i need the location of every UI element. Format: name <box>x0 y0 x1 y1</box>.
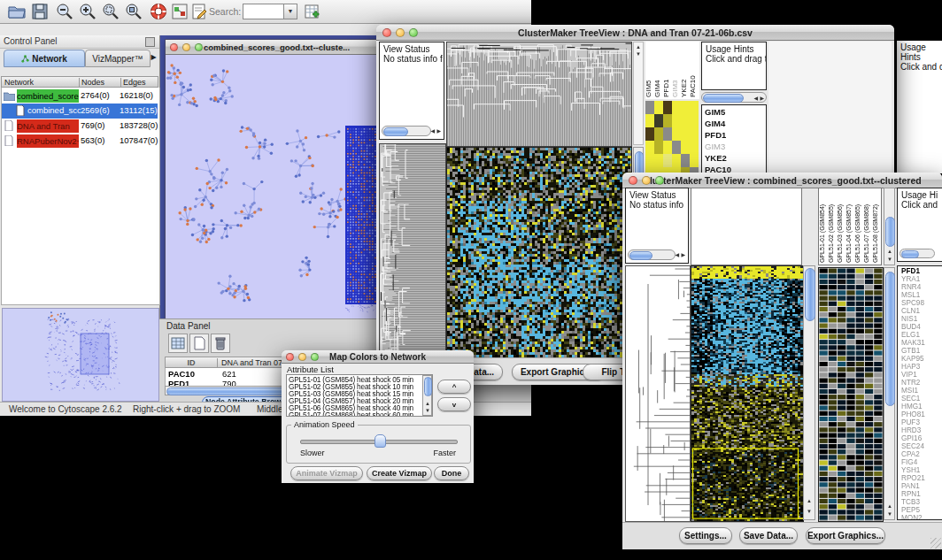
scroll-right-icon[interactable]: ▶ <box>760 96 764 101</box>
col-nodes[interactable]: Nodes <box>79 78 120 87</box>
scroll-left-icon[interactable]: ◀ <box>753 96 758 101</box>
scroll-left-icon[interactable]: ◀ <box>430 128 435 134</box>
table-view-icon[interactable] <box>168 334 188 353</box>
heatmap-main[interactable] <box>446 147 632 359</box>
zoom-window-icon[interactable] <box>409 28 418 37</box>
new-attribute-icon[interactable] <box>189 334 209 353</box>
usage-hints-panel: Usage Hints Click and drag to <box>701 42 767 90</box>
scroll-down-icon[interactable]: ▼ <box>636 51 641 57</box>
dialog-titlebar[interactable]: Map Colors to Network <box>282 350 474 364</box>
zoom-out-icon[interactable] <box>55 2 74 21</box>
scroll-down-icon[interactable]: ▼ <box>887 511 892 517</box>
network-canvas[interactable] <box>166 55 386 318</box>
delete-attribute-trash-icon[interactable] <box>211 334 230 353</box>
scroll-left-icon[interactable]: ◀ <box>675 252 679 257</box>
close-icon[interactable] <box>286 353 294 361</box>
zoom-window-icon[interactable] <box>655 176 664 185</box>
gene-label-pep5: PEP5 <box>901 506 942 514</box>
animate-vizmap-button[interactable]: Animate Vizmap <box>290 466 363 480</box>
save-session-icon[interactable] <box>30 2 50 21</box>
zoom-window-icon[interactable] <box>311 353 319 361</box>
minimize-icon[interactable] <box>396 28 405 37</box>
birdseye-view[interactable] <box>2 308 159 402</box>
move-up-button[interactable]: ^ <box>437 380 471 394</box>
heatmap-vscrollbar[interactable]: ▲ ▼ <box>803 265 815 520</box>
open-session-icon[interactable] <box>7 2 27 21</box>
network-row-dna-tran[interactable]: DNA and Tran 07 769(0) 183728(0) <box>2 119 158 134</box>
scroll-up-icon[interactable]: ▲ <box>887 249 892 254</box>
attribute-list[interactable]: GPL51-01 (GSM854) heat shock 05 minGPL51… <box>286 374 433 417</box>
treeview2-titlebar[interactable]: ClusterMaker TreeView : combined_scores_… <box>622 173 942 188</box>
gene-label-rpo21: RPO21 <box>901 474 942 482</box>
export-graphics-button[interactable]: Export Graphics... <box>806 527 885 544</box>
network-frame-titlebar[interactable]: combined_scores_good.txt--cluste... <box>166 40 388 55</box>
scroll-down-icon[interactable]: ▼ <box>425 408 430 413</box>
save-data-button[interactable]: Save Data... <box>739 527 798 544</box>
help-lifebuoy-icon[interactable] <box>149 2 168 21</box>
column-dendrogram[interactable] <box>446 42 632 147</box>
usage-hints-scrollbar[interactable] <box>900 249 935 258</box>
attribute-list-scrollbar[interactable]: ▲ ▼ <box>422 375 432 416</box>
create-vizmap-button[interactable]: Create Vizmap <box>367 466 432 480</box>
edit-nodes-icon[interactable] <box>170 2 189 21</box>
col-network[interactable]: Network <box>2 78 79 87</box>
zoom-selected-icon[interactable] <box>101 2 120 21</box>
view-status-scrollbar[interactable] <box>382 126 431 136</box>
network-row-rnapuber[interactable]: RNAPuberNov2+I 563(0) 107847(0) <box>2 134 158 149</box>
scroll-down-icon[interactable]: ▼ <box>807 509 812 514</box>
attribute-list-item[interactable]: GPL51-07 (GSM868) heat shock 60 min <box>289 411 432 417</box>
main-toolbar: Search: ▼ <box>0 0 531 24</box>
row-dendrogram[interactable] <box>379 143 446 359</box>
row-dendrogram[interactable] <box>625 265 691 522</box>
search-dropdown-button[interactable]: ▼ <box>283 4 297 19</box>
minimize-icon[interactable] <box>182 43 190 51</box>
close-icon[interactable] <box>382 28 391 37</box>
row-id[interactable]: PAC10 <box>168 369 195 379</box>
view-status-scrollbar[interactable] <box>628 249 676 260</box>
tab-network[interactable]: Network <box>4 50 85 67</box>
network-row-combined-sco[interactable]: combined_sco 2569(6) 13112(15) <box>2 104 158 119</box>
tab-vizmapper[interactable]: VizMapper™ <box>85 50 151 67</box>
settings-button[interactable]: Settings... <box>679 527 732 544</box>
row-value[interactable]: 621 <box>222 369 236 379</box>
search-input[interactable] <box>243 4 285 19</box>
close-icon[interactable] <box>629 176 637 185</box>
control-panel: Control Panel Network VizMapper™ ▶ Netwo… <box>0 35 160 402</box>
scroll-up-icon[interactable]: ▲ <box>807 498 812 503</box>
float-panel-icon[interactable] <box>145 37 155 47</box>
animation-speed-group: Animation Speed Slower Faster <box>286 425 471 464</box>
matrix-cell <box>663 114 672 127</box>
zoom-in-icon[interactable] <box>78 2 97 21</box>
resize-grip[interactable] <box>930 538 941 548</box>
scroll-right-icon[interactable]: ▶ <box>681 252 685 257</box>
scroll-down-icon[interactable]: ▼ <box>887 257 892 262</box>
done-button[interactable]: Done <box>434 466 469 480</box>
heatmap-zoom[interactable] <box>818 267 884 522</box>
close-icon[interactable] <box>170 43 178 51</box>
treeview1-titlebar[interactable]: ClusterMaker TreeView : DNA and Tran 07-… <box>376 25 894 41</box>
col-id[interactable]: ID <box>166 358 217 367</box>
import-table-icon[interactable] <box>303 2 322 21</box>
scroll-up-icon[interactable]: ▲ <box>425 401 430 406</box>
scroll-right-icon[interactable]: ▶ <box>436 128 441 134</box>
col-edges[interactable]: Edges <box>120 78 146 87</box>
labels-vscrollbar[interactable]: ▲ ▼ <box>884 188 895 265</box>
usage-hints-scrollbar[interactable]: ◀ ▶ <box>701 92 767 103</box>
zoom-heatmap-matrix[interactable] <box>645 101 699 180</box>
minimize-icon[interactable] <box>642 176 651 185</box>
annotation-icon[interactable] <box>189 2 209 21</box>
zoom-window-icon[interactable] <box>195 43 203 51</box>
network-edges: 183728(0) <box>120 120 158 130</box>
network-row-combined-scores[interactable]: combined_scores 2764(0) 16218(0) <box>2 88 158 104</box>
move-down-button[interactable]: v <box>437 397 471 411</box>
scroll-up-icon[interactable]: ▲ <box>636 44 641 50</box>
scroll-up-icon[interactable]: ▲ <box>887 503 892 509</box>
heatmap-global[interactable] <box>691 265 804 522</box>
matrix-cell <box>681 114 690 127</box>
tab-overflow-button[interactable]: ▶ <box>150 51 158 64</box>
zoom-fit-icon[interactable] <box>124 2 143 21</box>
minimize-icon[interactable] <box>298 353 306 361</box>
speed-slider-thumb[interactable] <box>374 434 386 448</box>
data-panel-title: Data Panel <box>166 321 210 331</box>
zoom-vscrollbar[interactable]: ▲ ▼ <box>884 267 895 520</box>
